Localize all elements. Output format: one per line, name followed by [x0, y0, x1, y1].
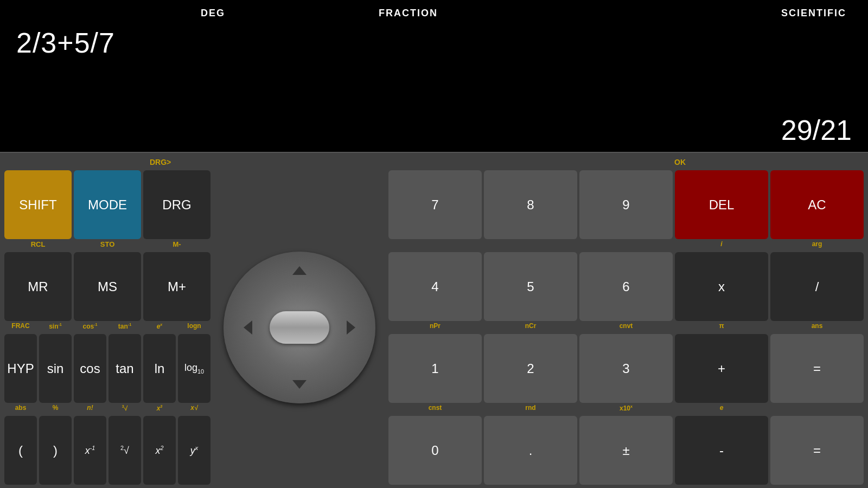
num7-label: 7	[431, 198, 438, 211]
divide-label: /	[815, 280, 819, 293]
ac-button[interactable]: AC	[770, 170, 864, 239]
cos-inv-sublabel: cos-1	[74, 322, 106, 332]
row-mr-ms-mplus: MR MS M+	[4, 252, 210, 321]
ms-button[interactable]: MS	[74, 252, 141, 321]
mr-button[interactable]: MR	[4, 252, 72, 321]
dot-button[interactable]: .	[484, 416, 577, 485]
num9-button[interactable]: 9	[579, 170, 673, 239]
mode-button[interactable]: MODE	[74, 170, 141, 239]
del-label: DEL	[709, 198, 735, 211]
yx-label: yx	[190, 445, 198, 455]
num6-label: 6	[622, 280, 629, 293]
expression-display: 2/3+5/7	[11, 21, 857, 65]
num7-button[interactable]: 7	[388, 170, 482, 239]
deg-label: DEG	[201, 8, 225, 19]
plus-button[interactable]: +	[675, 334, 768, 403]
nav-center-button[interactable]	[270, 311, 329, 344]
shift-button[interactable]: SHIFT	[4, 170, 72, 239]
hyp-label: HYP	[7, 362, 34, 375]
xsqrt-sublabel: x√	[178, 404, 210, 414]
log10-button[interactable]: log10	[178, 334, 210, 403]
num2-label: 2	[527, 362, 534, 375]
minus-button[interactable]: -	[675, 416, 768, 485]
xsq-label: x2	[155, 445, 163, 455]
ok-header-label: OK	[674, 158, 686, 166]
ex-sublabel: ex	[143, 322, 176, 332]
num3-button[interactable]: 3	[579, 334, 673, 403]
x10x-sublabel: x10x	[579, 404, 673, 414]
nfact-sublabel: n!	[74, 404, 106, 414]
num3-label: 3	[622, 362, 629, 375]
num2-button[interactable]: 2	[484, 334, 577, 403]
rcl-sublabel: RCL	[4, 240, 72, 250]
abs-sublabel: abs	[4, 404, 37, 414]
num8-button[interactable]: 8	[484, 170, 577, 239]
cnst-sublabel: cnst	[388, 404, 482, 414]
cbrt-sublabel: 3√	[108, 404, 141, 414]
num6-button[interactable]: 6	[579, 252, 673, 321]
lparen-button[interactable]: (	[4, 416, 37, 485]
tan-button[interactable]: tan	[108, 334, 141, 403]
fraction-label: FRACTION	[379, 8, 438, 19]
svg-marker-0	[292, 266, 307, 275]
cos-button[interactable]: cos	[74, 334, 106, 403]
nav-left-button[interactable]	[232, 317, 264, 338]
pi-sublabel: π	[675, 322, 768, 332]
drg-label: DRG	[162, 198, 191, 211]
nav-column	[213, 170, 386, 485]
num4-button[interactable]: 4	[388, 252, 482, 321]
rnd-sublabel: rnd	[484, 404, 577, 414]
yx-button[interactable]: yx	[178, 416, 210, 485]
sin-inv-sublabel: sin-1	[39, 322, 72, 332]
sqrt2-button[interactable]: 2√	[108, 416, 141, 485]
del-button[interactable]: DEL	[675, 170, 768, 239]
equals-bottom-button[interactable]: =	[770, 416, 864, 485]
dot-label: .	[529, 444, 533, 457]
equals-bottom-label: =	[813, 444, 821, 457]
log10-label: log10	[184, 363, 204, 374]
mplus-button[interactable]: M+	[143, 252, 210, 321]
xinv-label: x-1	[85, 445, 95, 455]
nav-right-button[interactable]	[335, 317, 367, 338]
minus-label: -	[719, 444, 724, 457]
nav-up-icon	[291, 262, 308, 279]
ln-label: ln	[155, 362, 165, 375]
num5-button[interactable]: 5	[484, 252, 577, 321]
nav-up-button[interactable]	[283, 260, 316, 281]
num0-button[interactable]: 0	[388, 416, 482, 485]
xsq-button[interactable]: x2	[143, 416, 176, 485]
top-labels: DEG FRACTION SCIENTIFIC	[11, 5, 857, 21]
mr-label: MR	[28, 280, 48, 293]
num4-label: 4	[431, 280, 438, 293]
logn-sublabel: logn	[178, 322, 210, 332]
sto-sublabel: STO	[74, 240, 141, 250]
arg-sublabel: arg	[770, 240, 864, 250]
ln-button[interactable]: ln	[143, 334, 176, 403]
num1-button[interactable]: 1	[388, 334, 482, 403]
plusminus-label: ±	[622, 444, 629, 457]
percent-sublabel: %	[39, 404, 72, 414]
frac-sublabel: FRAC	[4, 322, 37, 332]
multiply-button[interactable]: x	[675, 252, 768, 321]
equals-button[interactable]: =	[770, 334, 864, 403]
tan-label: tan	[116, 362, 133, 375]
rparen-button[interactable]: )	[39, 416, 72, 485]
num5-label: 5	[527, 280, 534, 293]
plusminus-button[interactable]: ±	[579, 416, 673, 485]
cnvt-sublabel: cnvt	[579, 322, 673, 332]
nav-down-button[interactable]	[283, 374, 316, 395]
nav-right-icon	[343, 319, 359, 336]
sin-button[interactable]: sin	[39, 334, 72, 403]
npr-sublabel: nPr	[388, 322, 482, 332]
xinv-button[interactable]: x-1	[74, 416, 106, 485]
row-trig: HYP sin cos tan ln log10	[4, 334, 210, 403]
divide-button[interactable]: /	[770, 252, 864, 321]
drg-header-label: DRG>	[150, 158, 171, 166]
nav-down-icon	[291, 376, 308, 393]
scientific-label: SCIENTIFIC	[781, 8, 846, 19]
sin-label: sin	[47, 362, 64, 375]
hyp-button[interactable]: HYP	[4, 334, 37, 403]
num0-label: 0	[431, 444, 438, 457]
nav-circle	[224, 252, 375, 403]
drg-button[interactable]: DRG	[143, 170, 210, 239]
